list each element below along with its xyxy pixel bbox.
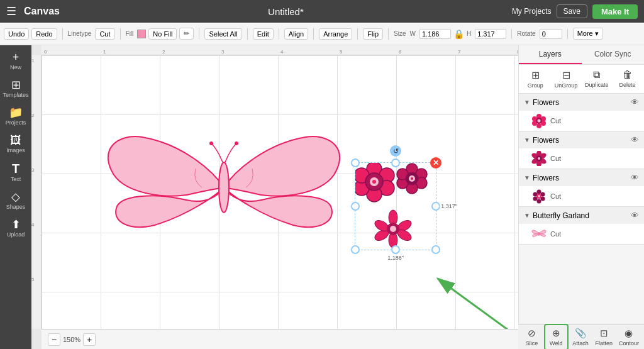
ruler-top: 0 1 2 3 4 5 6 7 8 bbox=[42, 45, 518, 55]
visibility-icon-butterfly-garland[interactable]: 👁 bbox=[631, 211, 639, 220]
more-button[interactable]: More ▾ bbox=[573, 28, 603, 40]
weld-button[interactable]: ⊕ Weld bbox=[544, 324, 569, 350]
ruler-tick: 8 bbox=[517, 49, 518, 55]
linetype-label: Linetype bbox=[68, 30, 92, 37]
layer-sub-label-flowers-2: Cut bbox=[550, 155, 639, 162]
flip-button[interactable]: Flip bbox=[363, 28, 383, 40]
rotate-handle[interactable]: ↺ bbox=[390, 145, 401, 157]
undo-button[interactable]: Undo bbox=[4, 28, 29, 40]
ungroup-icon: ⊟ bbox=[562, 69, 570, 81]
handle-mr[interactable] bbox=[431, 202, 440, 211]
layers-list: ▼ Flowers 👁 bbox=[519, 94, 644, 324]
doc-title: Untitled* bbox=[67, 6, 504, 17]
flowers-3-icon bbox=[531, 189, 547, 204]
butterfly-shape[interactable] bbox=[104, 106, 343, 269]
size-w-input[interactable] bbox=[419, 29, 451, 39]
ruler-tick: 6 bbox=[399, 49, 401, 55]
weld-label: Weld bbox=[550, 340, 562, 346]
layer-name-flowers-2: Flowers bbox=[533, 136, 628, 145]
sidebar-item-text[interactable]: T Text bbox=[2, 158, 30, 186]
sidebar-item-images[interactable]: 🖼 Images bbox=[2, 131, 30, 157]
lock-icon: 🔒 bbox=[453, 29, 464, 39]
handle-tm[interactable] bbox=[391, 158, 400, 167]
linetype-select[interactable]: Cut bbox=[95, 28, 114, 40]
fill-select[interactable]: No Fill bbox=[148, 28, 177, 40]
save-button[interactable]: Save bbox=[557, 4, 587, 18]
ruler-tick: 4 bbox=[31, 222, 41, 228]
align-group: Align bbox=[284, 28, 314, 40]
layer-sub-label-flowers-3: Cut bbox=[550, 192, 639, 200]
slice-icon: ⊘ bbox=[528, 328, 536, 339]
duplicate-action[interactable]: ⧉ Duplicate bbox=[583, 67, 611, 91]
attach-button[interactable]: 📎 Attach bbox=[570, 325, 592, 349]
layer-name-flowers-3: Flowers bbox=[533, 174, 628, 182]
slice-button[interactable]: ⊘ Slice bbox=[521, 325, 543, 349]
pen-icon[interactable]: ✏ bbox=[179, 28, 194, 40]
rotate-input[interactable] bbox=[540, 29, 562, 39]
layer-header-flowers-3[interactable]: ▼ Flowers 👁 bbox=[519, 169, 644, 186]
sidebar-item-upload[interactable]: ⬆ Upload bbox=[2, 215, 30, 241]
size-h-input[interactable] bbox=[475, 29, 506, 39]
tab-color-sync[interactable]: Color Sync bbox=[582, 45, 645, 64]
edit-button[interactable]: Edit bbox=[253, 28, 274, 40]
handle-ml[interactable] bbox=[351, 202, 360, 211]
flatten-button[interactable]: ⊡ Flatten bbox=[592, 325, 615, 349]
menu-icon[interactable]: ☰ bbox=[6, 4, 16, 18]
zoom-plus-button[interactable]: + bbox=[83, 333, 96, 346]
sidebar-shapes-label: Shapes bbox=[6, 204, 26, 210]
arrange-button[interactable]: Arrange bbox=[319, 28, 352, 40]
sidebar-item-new[interactable]: + New bbox=[2, 48, 30, 74]
ruler-tick: 3 bbox=[31, 167, 41, 173]
undo-redo-group: Undo Redo bbox=[4, 28, 63, 40]
templates-icon: ⊞ bbox=[11, 79, 21, 91]
handle-tl[interactable] bbox=[351, 158, 360, 167]
layer-header-flowers-1[interactable]: ▼ Flowers 👁 bbox=[519, 94, 644, 111]
svg-point-34 bbox=[536, 123, 541, 128]
layer-header-flowers-2[interactable]: ▼ Flowers 👁 bbox=[519, 131, 644, 148]
sidebar-item-shapes[interactable]: ◇ Shapes bbox=[2, 187, 30, 214]
visibility-icon-flowers-3[interactable]: 👁 bbox=[631, 173, 639, 182]
delete-action[interactable]: 🗑 Delete bbox=[613, 67, 641, 91]
duplicate-icon: ⧉ bbox=[593, 69, 600, 80]
contour-button[interactable]: ◉ Contour bbox=[616, 325, 641, 349]
butterfly-garland-icon bbox=[531, 226, 547, 241]
ruler-left: 1 2 3 4 5 bbox=[31, 55, 42, 329]
contour-icon: ◉ bbox=[625, 328, 633, 339]
height-dimension: 1.317" bbox=[440, 203, 458, 209]
ungroup-action[interactable]: ⊟ UnGroup bbox=[552, 67, 580, 91]
ruler-tick: 0 bbox=[44, 49, 47, 55]
canvas-content[interactable]: ✕ ↺ 1.186" 1.317" bbox=[42, 55, 518, 329]
align-button[interactable]: Align bbox=[284, 28, 308, 40]
chevron-icon: ▼ bbox=[524, 99, 530, 106]
size-group: Size W 🔒 H bbox=[394, 29, 512, 39]
edit-group: Edit bbox=[253, 28, 279, 40]
layer-group-flowers-3: ▼ Flowers 👁 bbox=[519, 169, 644, 207]
app-title: Canvas bbox=[24, 6, 60, 17]
handle-br[interactable] bbox=[431, 245, 440, 254]
layer-sub-label-butterfly-garland: Cut bbox=[550, 230, 639, 238]
visibility-icon-flowers-2[interactable]: 👁 bbox=[631, 135, 639, 145]
my-projects-button[interactable]: My Projects bbox=[512, 7, 552, 16]
more-group: More ▾ bbox=[573, 28, 608, 40]
sidebar-item-templates[interactable]: ⊞ Templates bbox=[2, 75, 30, 102]
visibility-icon-flowers-1[interactable]: 👁 bbox=[631, 97, 639, 107]
delete-selection-button[interactable]: ✕ bbox=[430, 157, 441, 169]
sidebar-item-projects[interactable]: 📁 Projects bbox=[2, 103, 30, 130]
layer-header-butterfly-garland[interactable]: ▼ Butterfly Garland 👁 bbox=[519, 207, 644, 224]
flowers-selection[interactable]: ✕ ↺ 1.186" 1.317" bbox=[355, 162, 436, 250]
redo-button[interactable]: Redo bbox=[31, 28, 57, 40]
handle-bl[interactable] bbox=[351, 245, 360, 254]
delete-label: Delete bbox=[619, 82, 636, 88]
select-all-button[interactable]: Select All bbox=[204, 28, 242, 40]
zoom-minus-button[interactable]: − bbox=[48, 333, 60, 346]
group-action[interactable]: ⊞ Group bbox=[521, 67, 550, 91]
fill-color-swatch[interactable] bbox=[137, 30, 146, 38]
canvas-grid[interactable]: ✕ ↺ 1.186" 1.317" bbox=[42, 55, 518, 329]
arrange-group: Arrange bbox=[319, 28, 358, 40]
top-actions: My Projects Save Make It bbox=[512, 4, 638, 19]
make-it-button[interactable]: Make It bbox=[592, 4, 638, 19]
layer-sub-flowers-3: Cut bbox=[519, 186, 644, 206]
handle-bm[interactable] bbox=[391, 245, 400, 254]
tab-layers[interactable]: Layers bbox=[519, 45, 582, 64]
canvas-area[interactable]: 0 1 2 3 4 5 6 7 8 1 2 3 4 5 bbox=[31, 45, 518, 349]
